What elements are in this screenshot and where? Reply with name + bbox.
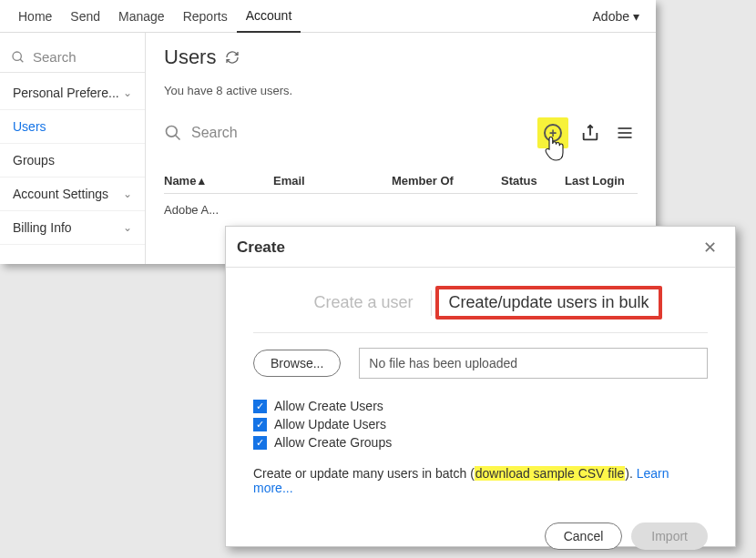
caret-down-icon: ▾ <box>633 9 639 24</box>
sidebar-item-users[interactable]: Users <box>0 110 145 144</box>
svg-line-1 <box>20 59 23 62</box>
column-name-label: Name <box>164 174 196 188</box>
checkbox-allow-create-users[interactable]: ✓ Allow Create Users <box>253 399 708 413</box>
tab-divider <box>431 290 432 316</box>
nav-tab-send[interactable]: Send <box>61 0 109 33</box>
checkbox-allow-create-groups[interactable]: ✓ Allow Create Groups <box>253 435 708 450</box>
search-icon <box>11 50 26 65</box>
sidebar-item-account-settings[interactable]: Account Settings ⌄ <box>0 178 145 211</box>
checkbox-label: Allow Update Users <box>274 417 386 431</box>
checkbox-label: Allow Create Users <box>274 399 383 413</box>
column-email[interactable]: Email <box>273 174 392 188</box>
help-mid: ). <box>625 466 636 481</box>
checkbox-label: Allow Create Groups <box>274 435 392 450</box>
import-button[interactable]: Import <box>631 522 708 550</box>
download-sample-link[interactable]: download sample CSV file <box>475 466 625 481</box>
add-user-button[interactable]: + <box>537 117 568 148</box>
active-users-count: You have 8 active users. <box>164 84 638 97</box>
chevron-down-icon: ⌄ <box>123 221 132 234</box>
checkmark-icon: ✓ <box>253 400 267 413</box>
table-header: Name▴ Email Member Of Status Last Login <box>164 174 638 194</box>
refresh-icon[interactable] <box>225 50 240 65</box>
column-last-login[interactable]: Last Login <box>565 174 638 188</box>
sidebar-item-label: Users <box>13 119 46 134</box>
browse-button[interactable]: Browse... <box>253 350 341 377</box>
menu-button[interactable] <box>612 120 638 146</box>
export-button[interactable] <box>577 120 603 146</box>
sidebar-item-label: Account Settings <box>13 187 108 201</box>
options-group: ✓ Allow Create Users ✓ Allow Update User… <box>253 399 708 450</box>
nav-tab-home[interactable]: Home <box>9 0 61 33</box>
dialog-footer: Cancel Import <box>226 522 735 558</box>
main-window: Home Send Manage Reports Account Adobe ▾… <box>0 0 656 264</box>
sidebar-item-billing-info[interactable]: Billing Info ⌄ <box>0 211 145 245</box>
file-status-field: No file has been uploaded <box>359 348 708 379</box>
dialog-title: Create <box>237 238 285 257</box>
sidebar-item-label: Groups <box>13 153 55 167</box>
upload-row: Browse... No file has been uploaded <box>253 348 708 379</box>
sidebar-search[interactable]: Search <box>0 42 145 73</box>
nav-tab-manage[interactable]: Manage <box>109 0 174 33</box>
checkmark-icon: ✓ <box>253 436 267 450</box>
nav-tab-reports[interactable]: Reports <box>174 0 237 33</box>
toolbar: Search + <box>164 117 638 148</box>
user-search-placeholder: Search <box>191 125 238 141</box>
sidebar-item-personal-preferences[interactable]: Personal Prefere... ⌄ <box>0 76 145 110</box>
plus-circle-icon: + <box>544 124 562 142</box>
chevron-down-icon: ⌄ <box>123 86 132 99</box>
create-dialog: Create ✕ Create a user Create/update use… <box>225 226 736 547</box>
sidebar-item-label: Billing Info <box>13 220 72 235</box>
sidebar: Search Personal Prefere... ⌄ Users Group… <box>0 33 146 264</box>
checkbox-allow-update-users[interactable]: ✓ Allow Update Users <box>253 417 708 431</box>
tab-bulk-users[interactable]: Create/update users in bulk <box>435 286 661 320</box>
brand-label: Adobe <box>593 9 629 24</box>
page-title-text: Users <box>164 46 216 69</box>
sidebar-search-placeholder: Search <box>33 49 77 65</box>
sidebar-item-label: Personal Prefere... <box>13 86 119 100</box>
sidebar-item-groups[interactable]: Groups <box>0 144 145 178</box>
chevron-down-icon: ⌄ <box>123 188 132 200</box>
column-member-of[interactable]: Member Of <box>392 174 501 188</box>
cancel-button[interactable]: Cancel <box>545 522 623 550</box>
top-nav: Home Send Manage Reports Account Adobe ▾ <box>0 0 656 33</box>
cell-name: Adobe A... <box>164 203 219 217</box>
close-button[interactable]: ✕ <box>700 238 720 258</box>
table-row[interactable]: Adobe A... <box>164 194 638 226</box>
checkmark-icon: ✓ <box>253 418 267 431</box>
nav-tab-account[interactable]: Account <box>237 0 301 33</box>
share-icon <box>580 123 600 143</box>
tab-create-user[interactable]: Create a user <box>299 289 427 316</box>
help-text: Create or update many users in batch (do… <box>253 466 708 495</box>
column-name[interactable]: Name▴ <box>164 174 273 188</box>
help-prefix: Create or update many users in batch ( <box>253 466 475 481</box>
user-search[interactable]: Search <box>164 124 342 142</box>
dialog-header: Create ✕ <box>226 227 735 268</box>
column-status[interactable]: Status <box>501 174 565 188</box>
close-icon: ✕ <box>703 238 717 257</box>
sort-asc-icon: ▴ <box>199 174 205 188</box>
svg-point-0 <box>13 52 21 60</box>
svg-point-2 <box>167 127 178 137</box>
svg-line-3 <box>176 136 180 140</box>
search-icon <box>164 124 182 142</box>
brand-menu[interactable]: Adobe ▾ <box>586 9 647 24</box>
page-title: Users <box>164 46 638 69</box>
dialog-tabs: Create a user Create/update users in bul… <box>253 286 708 333</box>
hamburger-icon <box>616 124 634 142</box>
